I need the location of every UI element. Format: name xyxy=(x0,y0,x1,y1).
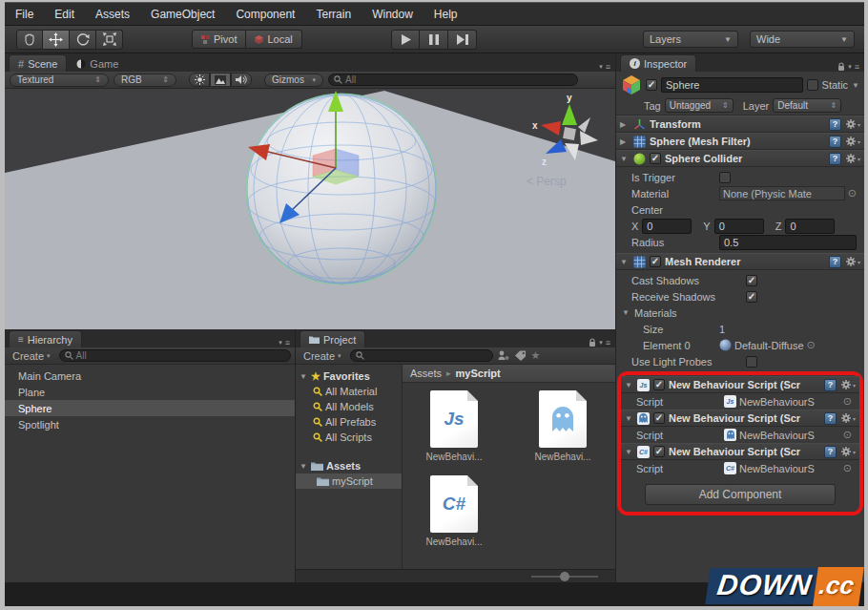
script-reference[interactable]: NewBehaviourS xyxy=(739,430,815,441)
gear-icon[interactable]: ▾ xyxy=(840,446,856,457)
lighting-toggle-button[interactable] xyxy=(189,73,210,87)
chevron-down-icon[interactable]: ▼ xyxy=(852,81,859,90)
fold-icon[interactable]: ▶ xyxy=(620,137,629,146)
favorites-star-icon[interactable]: ★ xyxy=(531,349,541,362)
script-reference[interactable]: NewBehaviourS xyxy=(739,396,815,408)
hand-tool-button[interactable] xyxy=(16,30,43,50)
tree-all-prefabs[interactable]: All Prefabs xyxy=(296,414,402,430)
object-picker-icon[interactable]: ⊙ xyxy=(848,187,857,200)
js-script-component-header[interactable]: ▼ Js ✓ New Behaviour Script (Scr ? ▾ xyxy=(621,376,859,393)
search-by-type-icon[interactable] xyxy=(498,350,509,361)
tree-assets[interactable]: ▼ Assets xyxy=(296,458,402,473)
scene-search-input[interactable]: All xyxy=(328,74,578,86)
center-z-field[interactable]: 0 xyxy=(785,219,835,234)
help-icon[interactable]: ? xyxy=(824,446,837,458)
local-toggle-button[interactable]: Local xyxy=(246,30,301,49)
scale-tool-button[interactable] xyxy=(96,30,123,50)
tree-myscript-folder[interactable]: myScript xyxy=(296,473,402,489)
search-by-label-icon[interactable] xyxy=(514,350,527,361)
menu-window[interactable]: Window xyxy=(362,3,424,25)
tab-game[interactable]: Game xyxy=(67,54,128,72)
fold-icon[interactable]: ▼ xyxy=(620,258,629,266)
hierarchy-panel-menu[interactable]: ▾ ≡ xyxy=(279,338,290,347)
script-enabled-checkbox[interactable]: ✓ xyxy=(653,379,665,390)
inspector-panel-menu[interactable]: ▾ ≡ xyxy=(837,62,859,72)
help-icon[interactable]: ? xyxy=(829,153,841,165)
size-value[interactable]: 1 xyxy=(719,324,725,335)
scene-panel-menu[interactable]: ▾ ≡ xyxy=(599,62,610,72)
radius-field[interactable]: 0.5 xyxy=(719,235,857,250)
rotate-tool-button[interactable] xyxy=(70,30,96,50)
step-button[interactable] xyxy=(448,30,477,50)
object-picker-icon[interactable]: ⊙ xyxy=(843,429,852,441)
skybox-toggle-button[interactable] xyxy=(210,73,231,87)
menu-help[interactable]: Help xyxy=(424,3,468,25)
materials-foldout-row[interactable]: ▼ Materials xyxy=(616,305,864,321)
shading-mode-dropdown[interactable]: Textured ⇕ xyxy=(10,74,109,87)
help-icon[interactable]: ? xyxy=(829,136,841,148)
fold-icon[interactable]: ▼ xyxy=(625,414,633,423)
collider-component-header[interactable]: ▼ ✓ Sphere Collider ? ▾ xyxy=(616,150,864,167)
hierarchy-item-sphere[interactable]: Sphere xyxy=(5,400,295,416)
fold-icon[interactable]: ▼ xyxy=(625,381,633,389)
project-create-button[interactable]: Create ▾ xyxy=(300,350,345,362)
menu-gameobject[interactable]: GameObject xyxy=(140,3,225,25)
tree-all-material[interactable]: All Material xyxy=(296,384,402,399)
center-x-field[interactable]: 0 xyxy=(642,219,692,234)
meshfilter-component-header[interactable]: ▶ Sphere (Mesh Filter) ? ▾ xyxy=(616,133,864,150)
menu-file[interactable]: File xyxy=(5,3,44,25)
move-tool-button[interactable] xyxy=(43,30,70,50)
menu-terrain[interactable]: Terrain xyxy=(305,3,362,25)
menu-edit[interactable]: Edit xyxy=(44,3,85,25)
file-boo-script[interactable]: NewBehavi... xyxy=(528,390,597,462)
fold-icon[interactable]: ▼ xyxy=(620,155,629,163)
thumbnail-zoom-knob[interactable] xyxy=(560,572,569,581)
transform-component-header[interactable]: ▶ Transform ? ▾ xyxy=(616,116,864,133)
tag-dropdown[interactable]: Untagged ⇕ xyxy=(665,98,734,113)
scene-viewport[interactable]: y x z < Persp xyxy=(5,89,615,329)
collider-enabled-checkbox[interactable]: ✓ xyxy=(650,153,661,164)
layout-dropdown[interactable]: Wide ▼ xyxy=(750,31,855,48)
layers-dropdown[interactable]: Layers ▼ xyxy=(643,31,738,48)
object-picker-icon[interactable]: ⊙ xyxy=(843,462,852,474)
gizmos-dropdown[interactable]: Gizmos ▾ xyxy=(264,74,323,87)
add-component-button[interactable]: Add Component xyxy=(645,484,836,505)
hierarchy-search-input[interactable]: All xyxy=(59,349,291,362)
file-cs-script[interactable]: C# NewBehavi... xyxy=(420,475,488,547)
gear-icon[interactable]: ▾ xyxy=(840,379,856,390)
hierarchy-item-plane[interactable]: Plane xyxy=(5,384,295,400)
is-trigger-checkbox[interactable] xyxy=(719,172,731,183)
gear-icon[interactable]: ▾ xyxy=(840,412,856,424)
menu-assets[interactable]: Assets xyxy=(85,3,140,25)
play-button[interactable] xyxy=(391,30,420,50)
element0-value[interactable]: Default-Diffuse xyxy=(734,340,804,351)
tree-favorites[interactable]: ▼ ★ Favorites xyxy=(296,368,402,384)
active-checkbox[interactable]: ✓ xyxy=(646,79,657,91)
gear-icon[interactable]: ▾ xyxy=(845,136,860,147)
fold-icon[interactable]: ▼ xyxy=(300,372,308,381)
hierarchy-item-spotlight[interactable]: Spotlight xyxy=(5,416,295,432)
help-icon[interactable]: ? xyxy=(829,118,841,131)
menu-component[interactable]: Component xyxy=(225,3,305,25)
render-channel-dropdown[interactable]: RGB ⇕ xyxy=(114,74,176,87)
object-picker-icon[interactable]: ⊙ xyxy=(807,339,816,351)
renderer-enabled-checkbox[interactable]: ✓ xyxy=(650,256,661,267)
center-y-field[interactable]: 0 xyxy=(714,219,764,234)
object-picker-icon[interactable]: ⊙ xyxy=(843,395,852,408)
tree-all-models[interactable]: All Models xyxy=(296,399,402,414)
light-probes-checkbox[interactable] xyxy=(746,356,757,368)
fold-icon[interactable]: ▼ xyxy=(625,448,633,456)
audio-toggle-button[interactable] xyxy=(231,73,252,87)
script-enabled-checkbox[interactable]: ✓ xyxy=(653,446,665,457)
renderer-component-header[interactable]: ▼ ✓ Mesh Renderer ? ▾ xyxy=(616,253,864,270)
cast-shadows-checkbox[interactable]: ✓ xyxy=(746,275,757,286)
gear-icon[interactable]: ▾ xyxy=(845,118,860,130)
script-enabled-checkbox[interactable]: ✓ xyxy=(653,412,665,424)
help-icon[interactable]: ? xyxy=(824,412,837,425)
receive-shadows-checkbox[interactable]: ✓ xyxy=(746,291,757,303)
tree-all-scripts[interactable]: All Scripts xyxy=(296,430,402,445)
fold-icon[interactable]: ▶ xyxy=(620,120,629,129)
help-icon[interactable]: ? xyxy=(829,256,841,268)
breadcrumb-root[interactable]: Assets xyxy=(410,368,442,379)
physic-material-field[interactable]: None (Physic Mate xyxy=(719,186,845,200)
